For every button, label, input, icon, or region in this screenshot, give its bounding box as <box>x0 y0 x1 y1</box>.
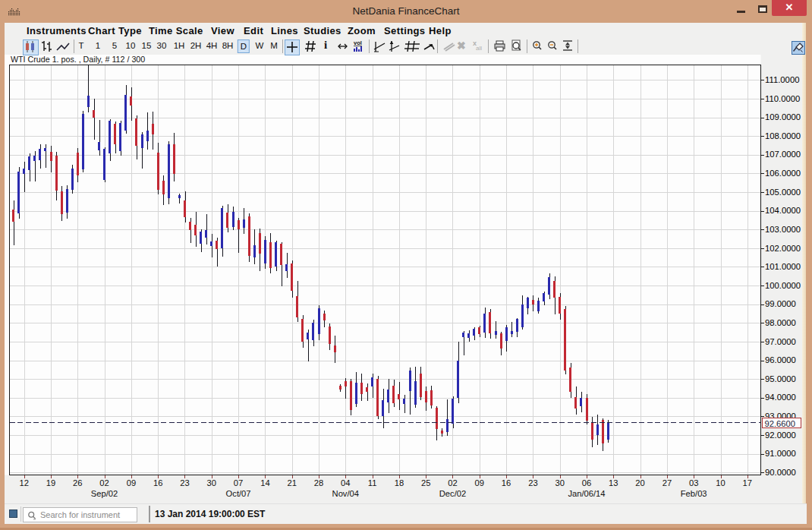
svg-text:02: 02 <box>99 478 109 487</box>
svg-text:101.0000: 101.0000 <box>765 262 801 271</box>
svg-text:07: 07 <box>234 478 243 487</box>
svg-text:107.0000: 107.0000 <box>765 150 801 159</box>
svg-text:09: 09 <box>475 478 484 487</box>
svg-text:06: 06 <box>582 478 591 487</box>
svg-text:100.0000: 100.0000 <box>765 281 801 290</box>
svg-text:09: 09 <box>127 478 136 487</box>
svg-text:14: 14 <box>260 478 269 487</box>
svg-text:108.0000: 108.0000 <box>765 131 801 140</box>
svg-text:103.0000: 103.0000 <box>765 225 801 234</box>
svg-text:17: 17 <box>743 478 752 487</box>
svg-text:95.0000: 95.0000 <box>765 374 796 383</box>
svg-text:12: 12 <box>19 478 28 487</box>
svg-text:03: 03 <box>689 478 698 487</box>
svg-text:19: 19 <box>46 478 55 487</box>
svg-text:20: 20 <box>635 478 644 487</box>
svg-text:94.0000: 94.0000 <box>765 393 796 402</box>
svg-text:26: 26 <box>73 478 82 487</box>
svg-text:92.0000: 92.0000 <box>765 431 796 440</box>
svg-text:Dec/02: Dec/02 <box>439 489 466 498</box>
svg-text:13: 13 <box>609 478 618 487</box>
svg-text:Nov/04: Nov/04 <box>332 489 359 498</box>
svg-text:23: 23 <box>528 478 537 487</box>
svg-text:18: 18 <box>395 478 404 487</box>
svg-text:97.0000: 97.0000 <box>765 337 796 346</box>
svg-text:25: 25 <box>421 478 430 487</box>
svg-text:21: 21 <box>287 478 296 487</box>
svg-text:109.0000: 109.0000 <box>765 112 801 121</box>
svg-text:91.0000: 91.0000 <box>765 449 796 458</box>
svg-text:104.0000: 104.0000 <box>765 206 801 215</box>
svg-text:30: 30 <box>555 478 564 487</box>
svg-text:23: 23 <box>180 478 189 487</box>
svg-text:11: 11 <box>368 478 377 487</box>
svg-text:92.6600: 92.6600 <box>765 419 795 428</box>
svg-text:all: all <box>476 45 482 52</box>
svg-text:30: 30 <box>207 478 216 487</box>
svg-text:16: 16 <box>153 478 162 487</box>
svg-text:102.0000: 102.0000 <box>765 244 801 253</box>
svg-text:99.0000: 99.0000 <box>765 299 796 308</box>
svg-text:10: 10 <box>716 478 725 487</box>
svg-text:106.0000: 106.0000 <box>765 169 801 178</box>
svg-text:90.0000: 90.0000 <box>765 468 796 477</box>
svg-text:Feb/03: Feb/03 <box>681 489 707 498</box>
svg-text:Sep/02: Sep/02 <box>91 489 118 498</box>
svg-text:16: 16 <box>502 478 511 487</box>
svg-text:Jan/06/14: Jan/06/14 <box>568 489 605 498</box>
svg-text:Oct/07: Oct/07 <box>226 489 251 498</box>
svg-text:27: 27 <box>663 478 672 487</box>
svg-text:105.0000: 105.0000 <box>765 188 801 197</box>
svg-text:110.0000: 110.0000 <box>765 94 800 103</box>
svg-text:98.0000: 98.0000 <box>765 318 796 327</box>
svg-text:28: 28 <box>314 478 323 487</box>
svg-text:04: 04 <box>341 478 350 487</box>
svg-text:vol: vol <box>354 39 362 46</box>
svg-text:02: 02 <box>448 478 457 487</box>
svg-text:111.0000: 111.0000 <box>765 75 799 84</box>
svg-text:96.0000: 96.0000 <box>765 355 796 364</box>
